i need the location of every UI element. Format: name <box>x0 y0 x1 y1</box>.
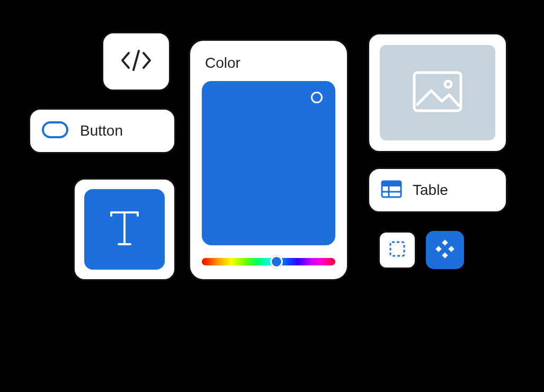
svg-rect-4 <box>382 181 401 186</box>
hue-slider[interactable] <box>202 258 335 265</box>
color-field-handle[interactable] <box>311 92 323 103</box>
code-icon <box>119 49 153 74</box>
table-label: Table <box>413 182 448 199</box>
svg-rect-9 <box>442 252 448 258</box>
component-tile[interactable] <box>426 231 464 269</box>
svg-rect-11 <box>448 246 454 252</box>
table-icon <box>381 180 402 200</box>
color-saturation-field[interactable] <box>202 81 335 245</box>
svg-rect-0 <box>43 122 67 137</box>
typography-tile-inner <box>84 189 165 270</box>
code-tile[interactable] <box>102 32 171 91</box>
svg-rect-10 <box>435 246 441 252</box>
color-picker-panel: Color <box>189 39 349 281</box>
typography-tile[interactable] <box>73 178 176 281</box>
image-tile[interactable] <box>368 33 507 153</box>
svg-point-2 <box>445 81 451 87</box>
svg-rect-7 <box>390 242 404 256</box>
image-tile-inner <box>380 45 495 140</box>
svg-rect-8 <box>442 239 448 245</box>
button-tile[interactable]: Button <box>29 108 176 154</box>
button-label: Button <box>80 122 123 139</box>
typography-icon <box>106 208 143 251</box>
button-shape-icon <box>42 121 68 140</box>
svg-rect-1 <box>414 73 461 111</box>
hue-slider-thumb[interactable] <box>270 255 283 268</box>
component-diamond-icon <box>435 239 454 261</box>
table-tile[interactable]: Table <box>368 167 507 213</box>
image-placeholder-icon <box>412 70 463 115</box>
selection-dashed-icon <box>389 240 406 260</box>
selection-tile[interactable] <box>378 231 416 269</box>
color-picker-title: Color <box>205 55 335 72</box>
